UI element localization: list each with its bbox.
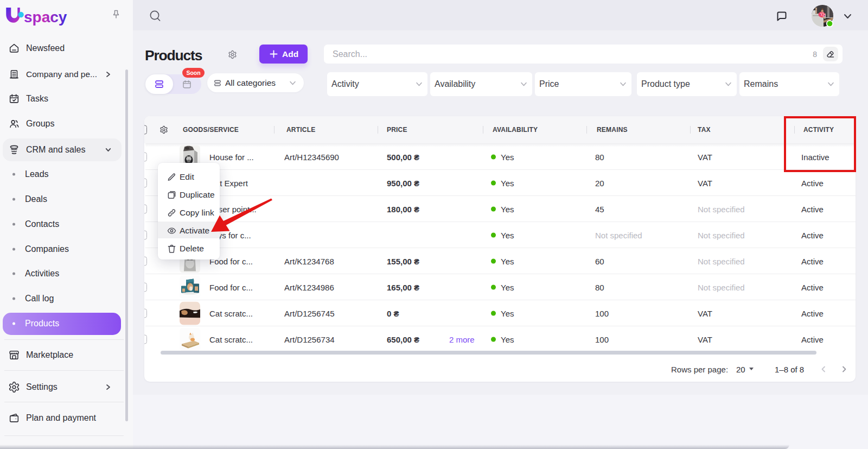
svg-text:spacy: spacy [24,9,67,26]
